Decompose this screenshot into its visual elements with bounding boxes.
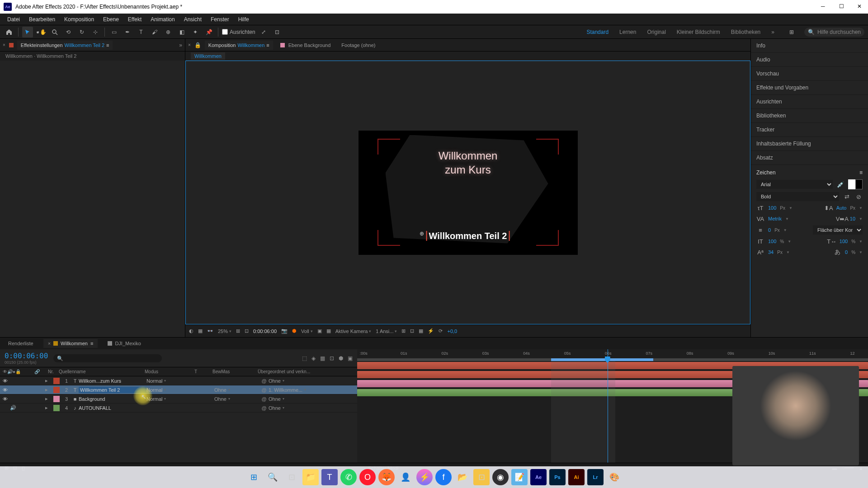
layer-row-2[interactable]: 👁 ▸ 2 T Willkommen Teil 2 Normal▾ Ohne▾ … [0, 385, 357, 394]
timeline-search[interactable] [53, 354, 162, 362]
tsume-value[interactable]: 0 [845, 249, 848, 255]
menu-ebene[interactable]: Ebene [99, 14, 123, 24]
whatsapp-icon[interactable]: ✆ [340, 469, 357, 485]
pen-tool[interactable]: ✒ [122, 27, 133, 38]
panel-info[interactable]: Info [751, 39, 868, 53]
eye-icon[interactable]: 👁 [3, 396, 8, 402]
tab-willkommen[interactable]: × Willkommen ≡ [43, 339, 98, 348]
rectangle-tool[interactable]: ▭ [108, 27, 119, 38]
baseline-value[interactable]: 34 [768, 249, 774, 255]
pickwhip-icon[interactable]: @ [259, 405, 269, 411]
tl-icon-1[interactable]: ⬚ [302, 355, 307, 361]
hand-tool[interactable]: ✋ [36, 27, 47, 38]
workspace-reset[interactable]: ⊞ [786, 27, 797, 38]
font-style-dropdown[interactable]: Bold [756, 192, 839, 201]
explorer-icon[interactable]: 📁 [302, 469, 319, 485]
panel-ausrichten[interactable]: Ausrichten [751, 95, 868, 109]
panel-tracker[interactable]: Tracker [751, 123, 868, 137]
stroke-width-value[interactable]: 0 [768, 227, 771, 233]
tl-icon-5[interactable]: ⬢ [339, 355, 343, 361]
selection-tool[interactable] [22, 27, 33, 38]
view-opt2[interactable]: ⊡ [410, 328, 414, 334]
layer-name[interactable]: AUTOUNFALL [79, 405, 146, 411]
app-icon-2[interactable]: ⊡ [473, 469, 490, 485]
app-icon-1[interactable]: 👤 [397, 469, 414, 485]
eraser-tool[interactable]: ◧ [176, 27, 187, 38]
comp-tab-footage[interactable]: Footage (ohne) [338, 41, 379, 50]
messenger-icon[interactable]: ⚡ [416, 469, 433, 485]
exposure-value[interactable]: +0,0 [447, 328, 457, 334]
kerning-value[interactable]: Metrik [768, 216, 782, 221]
anchor-tool[interactable]: ⊹ [90, 27, 101, 38]
tab-dji[interactable]: DJI_Mexiko [103, 339, 145, 348]
layer-name[interactable]: Background [79, 396, 146, 402]
color-swatch[interactable] [848, 179, 863, 189]
expand-icon[interactable]: ▸ [45, 396, 52, 402]
snap-input[interactable] [222, 29, 228, 35]
mask-toggle[interactable]: 👓 [207, 328, 213, 334]
zoom-dropdown[interactable]: 25% [218, 328, 231, 334]
folder-icon[interactable]: 📂 [454, 469, 471, 485]
layer-row-4[interactable]: 🔊 ▸ 4 ♪ AUTOUNFALL @ Ohne▾ [0, 404, 357, 413]
timecode-display[interactable]: 0:00:06:00 [5, 352, 48, 360]
firefox-icon[interactable]: 🦊 [378, 469, 395, 485]
snap-opt1[interactable]: ⤢ [258, 27, 269, 38]
menu-fenster[interactable]: Fenster [207, 14, 233, 24]
menu-hilfe[interactable]: Hilfe [235, 14, 253, 24]
pickwhip-icon[interactable]: @ [259, 378, 269, 384]
label-color[interactable] [53, 405, 60, 411]
tracking-value[interactable]: 10 [850, 216, 855, 221]
minimize-button[interactable]: ─ [821, 3, 828, 10]
res-toggle[interactable]: ⊞ [236, 328, 240, 334]
camera-dropdown[interactable]: Aktive Kamera [335, 328, 372, 334]
task-view[interactable]: ⊡ [283, 469, 300, 485]
lr-taskbar-icon[interactable]: Lr [587, 469, 604, 485]
label-color[interactable] [53, 387, 60, 393]
font-size-value[interactable]: 100 [768, 205, 776, 211]
workspace-lernen[interactable]: Lernen [619, 27, 636, 37]
obs-icon[interactable]: ◉ [492, 469, 509, 485]
panel-close[interactable]: × [3, 42, 5, 47]
view-opt3[interactable]: ▦ [419, 328, 423, 334]
view-opt4[interactable]: ⚡ [428, 328, 434, 334]
maximize-button[interactable]: ☐ [839, 3, 846, 10]
pickwhip-icon[interactable]: @ [259, 387, 269, 393]
workspace-more[interactable]: » [771, 27, 774, 37]
sub-text-layer[interactable]: Willkommen Teil 2 [426, 231, 510, 241]
panel-effekte[interactable]: Effekte und Vorgaben [751, 81, 868, 95]
resolution-dropdown[interactable]: Voll [301, 328, 313, 334]
layer-row-3[interactable]: 👁 ▸ 3 ■ Background Normal▾ Ohne▾ @ Ohne▾ [0, 394, 357, 404]
tab-renderliste[interactable]: Renderliste [4, 339, 38, 348]
comp-close[interactable]: × [188, 42, 191, 47]
clone-tool[interactable]: ⊕ [163, 27, 174, 38]
anchor-point-icon[interactable]: ⊕ [420, 230, 425, 236]
layer-row-1[interactable]: 👁 ▸ 1 T Willkom...zum Kurs Normal▾ @ Ohn… [0, 376, 357, 385]
snapshot-button[interactable]: 📷 [281, 328, 288, 334]
eyedropper-icon[interactable]: 💉 [836, 180, 844, 188]
ae-taskbar-icon[interactable]: Ae [530, 469, 547, 485]
expand-icon[interactable]: ▸ [45, 378, 52, 384]
eye-icon[interactable]: 👁 [3, 387, 8, 393]
expand-icon[interactable]: ▸ [45, 405, 52, 411]
channel-toggle[interactable]: ▦ [198, 328, 203, 334]
zoom-tool[interactable] [49, 27, 60, 38]
app-icon-3[interactable]: 🎨 [606, 469, 623, 485]
close-button[interactable]: ✕ [857, 3, 864, 10]
tl-icon-4[interactable]: ⊡ [330, 355, 334, 361]
lock-icon[interactable]: 🔒 [194, 42, 201, 48]
color-mgmt[interactable]: ⬢ [292, 328, 297, 334]
search-button[interactable]: 🔍 [264, 469, 281, 485]
grid-toggle[interactable]: ⊡ [245, 328, 249, 334]
time-display[interactable]: 0:00:06:00 [253, 328, 277, 334]
panel-audio[interactable]: Audio [751, 53, 868, 67]
menu-datei[interactable]: Datei [4, 14, 24, 24]
effect-controls-tab[interactable]: Effekteinstellungen Willkommen Teil 2 ≡ [17, 41, 113, 50]
menu-animation[interactable]: Animation [147, 14, 178, 24]
start-button[interactable]: ⊞ [245, 469, 262, 485]
transparency-toggle[interactable]: ▦ [326, 328, 331, 334]
panel-content-fill[interactable]: Inhaltsbasierte Füllung [751, 137, 868, 151]
panel-menu[interactable]: » [179, 42, 182, 48]
panel-bibliotheken[interactable]: Bibliotheken [751, 109, 868, 123]
panel-vorschau[interactable]: Vorschau [751, 67, 868, 81]
stroke-option-dropdown[interactable]: Fläche über Kon... [813, 225, 863, 235]
